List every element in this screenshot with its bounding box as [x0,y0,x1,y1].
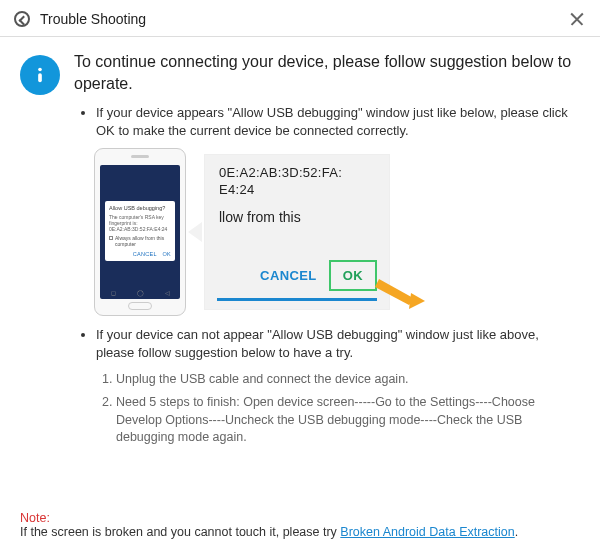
headline: To continue connecting your device, plea… [74,51,580,96]
mac-line1: 0E:A2:AB:3D:52:FA: [219,165,383,182]
svg-marker-2 [375,279,415,305]
bullet-usb-allow: If your device appears "Allow USB debugg… [96,104,580,316]
phone-dialog-title: Allow USB debugging? [109,205,171,211]
main-text: To continue connecting your device, plea… [74,51,580,495]
dialog-title: Trouble Shooting [40,11,146,27]
bullet2-text: If your device can not appear "Allow USB… [96,326,580,362]
phone-dialog-checkbox: Always allow from this computer [115,235,171,247]
content-area: To continue connecting your device, plea… [0,37,600,503]
bullet-cannot-appear: If your device can not appear "Allow USB… [96,326,580,446]
arrow-icon [375,275,425,311]
illustration: Allow USB debugging? The computer's RSA … [94,148,580,316]
zoom-underline [217,298,377,301]
steps-list: Unplug the USB cable and connect the dev… [96,371,580,447]
step-item: Unplug the USB cable and connect the dev… [116,371,580,389]
phone-cancel: CANCEL [133,251,157,257]
svg-marker-3 [409,293,425,309]
troubleshooting-dialog: Trouble Shooting To continue connecting … [0,0,600,553]
phone-dialog: Allow USB debugging? The computer's RSA … [105,201,175,261]
phone-nav-icons: ◻◯◁ [100,289,180,296]
app-icon [14,11,30,27]
callout-pointer [188,222,202,242]
footer-note: Note: If the screen is broken and you ca… [0,503,600,553]
zoom-panel: 0E:A2:AB:3D:52:FA: E4:24 llow from this … [204,154,390,310]
note-text: If the screen is broken and you cannot t… [20,525,340,539]
phone-ok: OK [162,251,171,257]
broken-android-link[interactable]: Broken Android Data Extraction [340,525,514,539]
note-label: Note: [20,511,50,525]
step-item: Need 5 steps to finish: Open device scre… [116,394,580,447]
svg-point-0 [38,68,42,72]
phone-mockup: Allow USB debugging? The computer's RSA … [94,148,186,316]
info-icon [20,55,60,95]
phone-dialog-body: The computer's RSA key fingerprint is: 0… [109,214,171,232]
note-suffix: . [515,525,518,539]
close-icon[interactable] [566,8,588,30]
svg-rect-1 [38,73,42,82]
cancel-button: CANCEL [260,268,317,283]
mac-line2: E4:24 [219,182,383,199]
ok-button: OK [329,260,377,291]
zoom-prompt: llow from this [219,209,383,225]
titlebar: Trouble Shooting [0,0,600,37]
bullet1-text: If your device appears "Allow USB debugg… [96,104,580,140]
